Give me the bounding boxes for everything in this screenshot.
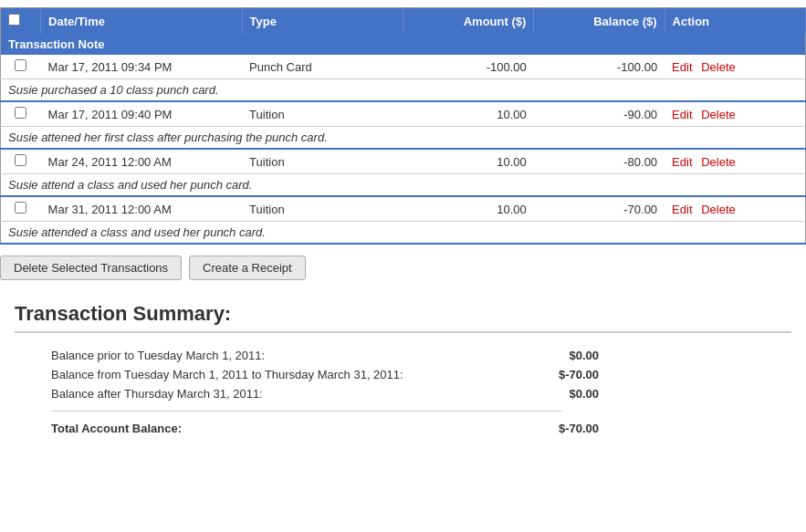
amount-header: Amount ($)	[403, 8, 533, 35]
summary-line-value-0: $0.00	[526, 349, 599, 362]
delete-link-4[interactable]: Delete	[701, 203, 736, 216]
summary-section: Transaction Summary: Balance prior to Tu…	[0, 295, 806, 453]
delete-link-3[interactable]: Delete	[701, 155, 736, 169]
row-amount: 10.00	[403, 196, 533, 222]
row-amount: 10.00	[403, 149, 533, 174]
row-datetime: Mar 17, 2011 09:40 PM	[41, 101, 243, 127]
note-row: Susie purchased a 10 class punch card.	[1, 79, 806, 102]
section-header-cell: Transaction Note	[1, 34, 806, 55]
row-datetime: Mar 31, 2011 12:00 AM	[41, 196, 243, 222]
row-amount: -100.00	[403, 55, 533, 79]
row-type: Tuition	[242, 101, 403, 127]
row-actions: Edit Delete	[665, 149, 805, 174]
table-row: Mar 31, 2011 12:00 AM Tuition 10.00 -70.…	[1, 196, 806, 222]
row-type: Punch Card	[242, 55, 403, 79]
note-row: Susie attended a class and used her punc…	[1, 222, 806, 245]
row-balance: -90.00	[534, 101, 665, 127]
note-cell: Susie purchased a 10 class punch card.	[1, 79, 806, 102]
row-datetime: Mar 17, 2011 09:34 PM	[41, 55, 243, 79]
select-all-checkbox[interactable]	[8, 14, 20, 26]
datetime-header: Date/Time	[41, 8, 243, 35]
row-checkbox-cell	[1, 196, 41, 222]
row-actions: Edit Delete	[665, 196, 805, 222]
row-checkbox-cell	[1, 149, 41, 174]
edit-link-1[interactable]: Edit	[672, 60, 692, 74]
main-container: Date/Time Type Amount ($) Balance ($) Ac…	[0, 0, 806, 460]
table-row: Mar 24, 2011 12:00 AM Tuition 10.00 -80.…	[1, 149, 806, 174]
delete-selected-button[interactable]: Delete Selected Transactions	[0, 256, 182, 280]
row-checkbox-4[interactable]	[15, 202, 26, 214]
checkbox-header	[1, 8, 41, 35]
summary-line-label-2: Balance after Thursday March 31, 2011:	[51, 387, 263, 401]
summary-line-value-2: $0.00	[526, 387, 599, 401]
row-type: Tuition	[242, 149, 403, 174]
table-header-row: Date/Time Type Amount ($) Balance ($) Ac…	[1, 8, 806, 35]
row-checkbox-1[interactable]	[15, 59, 26, 71]
row-balance: -100.00	[534, 55, 665, 79]
row-amount: 10.00	[403, 101, 533, 127]
section-header-row: Transaction Note	[1, 34, 806, 55]
summary-line-1: Balance from Tuesday March 1, 2011 to Th…	[51, 365, 599, 384]
row-balance: -80.00	[534, 149, 665, 174]
note-row: Susie attened her first class after purc…	[1, 127, 806, 150]
total-label: Total Account Balance:	[51, 422, 182, 435]
type-header: Type	[242, 8, 403, 35]
summary-line-label-0: Balance prior to Tuesday March 1, 2011:	[51, 349, 265, 362]
row-checkbox-cell	[1, 55, 41, 79]
table-row: Mar 17, 2011 09:34 PM Punch Card -100.00…	[1, 55, 806, 79]
table-row: Mar 17, 2011 09:40 PM Tuition 10.00 -90.…	[1, 101, 806, 127]
row-datetime: Mar 24, 2011 12:00 AM	[41, 149, 243, 174]
summary-divider	[51, 411, 562, 412]
row-checkbox-cell	[1, 101, 41, 127]
delete-link-2[interactable]: Delete	[701, 108, 736, 121]
note-cell: Susie attened her first class after purc…	[1, 127, 806, 150]
balance-header: Balance ($)	[534, 8, 665, 35]
row-actions: Edit Delete	[665, 55, 805, 79]
row-checkbox-2[interactable]	[15, 107, 26, 119]
transaction-table: Date/Time Type Amount ($) Balance ($) Ac…	[0, 7, 806, 245]
edit-link-3[interactable]: Edit	[672, 155, 692, 169]
row-checkbox-3[interactable]	[15, 154, 26, 166]
summary-line-label-1: Balance from Tuesday March 1, 2011 to Th…	[51, 368, 403, 381]
row-actions: Edit Delete	[665, 101, 805, 127]
note-cell: Susie attend a class and used her punch …	[1, 174, 806, 197]
total-line: Total Account Balance: $-70.00	[51, 419, 599, 438]
note-row: Susie attend a class and used her punch …	[1, 174, 806, 197]
summary-line-value-1: $-70.00	[526, 368, 599, 381]
row-balance: -70.00	[534, 196, 665, 222]
summary-title: Transaction Summary:	[15, 302, 791, 333]
total-value: $-70.00	[559, 422, 599, 435]
row-type: Tuition	[242, 196, 403, 222]
action-header: Action	[665, 8, 805, 35]
create-receipt-button[interactable]: Create a Receipt	[189, 256, 306, 280]
edit-link-2[interactable]: Edit	[672, 108, 692, 121]
button-row: Delete Selected Transactions Create a Re…	[0, 256, 806, 280]
note-cell: Susie attended a class and used her punc…	[1, 222, 806, 245]
delete-link-1[interactable]: Delete	[701, 60, 736, 74]
edit-link-4[interactable]: Edit	[672, 203, 692, 216]
summary-line-2: Balance after Thursday March 31, 2011: $…	[51, 384, 599, 403]
summary-line-0: Balance prior to Tuesday March 1, 2011: …	[51, 346, 599, 365]
